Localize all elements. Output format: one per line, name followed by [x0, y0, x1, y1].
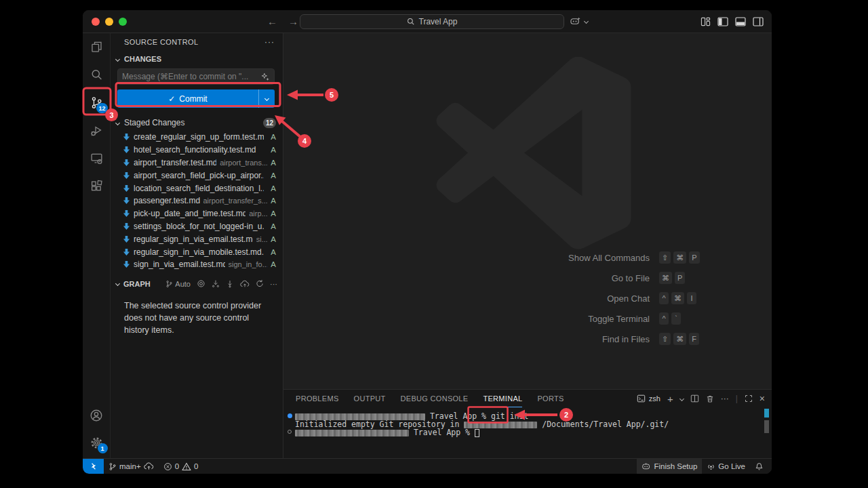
- run-debug-icon[interactable]: [83, 117, 111, 144]
- problems-status-item[interactable]: 0 0: [159, 459, 203, 474]
- notifications-bell[interactable]: [750, 459, 772, 474]
- more-actions-icon[interactable]: ···: [270, 280, 277, 288]
- staged-file-row[interactable]: airport_search_field_pick-up_airpor... A: [111, 169, 283, 182]
- commit-message-input[interactable]: [118, 72, 257, 81]
- explorer-icon[interactable]: [83, 33, 111, 61]
- go-live-label: Go Live: [718, 462, 745, 470]
- status-bar: main+ 0 0 Finish Setup Go Live: [83, 458, 772, 474]
- toggle-secondary-sidebar-icon[interactable]: [753, 17, 764, 26]
- auto-repo-picker[interactable]: Auto: [165, 280, 191, 288]
- file-type-icon: [123, 248, 130, 256]
- remote-icon: [89, 462, 98, 471]
- chevron-down-icon: [115, 120, 120, 125]
- zoom-window-button[interactable]: [119, 18, 127, 26]
- new-terminal-icon[interactable]: +: [667, 393, 673, 405]
- customize-layout-icon[interactable]: [701, 17, 711, 26]
- key-cap: ⇧: [659, 333, 671, 345]
- file-type-icon: [123, 197, 130, 205]
- forward-icon[interactable]: →: [288, 16, 298, 27]
- more-actions-icon[interactable]: ···: [721, 394, 729, 403]
- tab-output[interactable]: OUTPUT: [354, 390, 386, 407]
- staged-file-row[interactable]: pick-up_date_and_time.test.mdairp... A: [111, 207, 283, 220]
- shell-selector[interactable]: zsh: [637, 394, 660, 403]
- refresh-icon[interactable]: [256, 279, 264, 288]
- file-desc: airp...: [249, 209, 267, 218]
- split-terminal-icon[interactable]: [690, 394, 699, 403]
- maximize-panel-icon[interactable]: [745, 394, 753, 403]
- graph-empty-message: The selected source control provider doe…: [111, 291, 283, 336]
- staged-file-row[interactable]: location_search_field_destination_l... A: [111, 182, 283, 195]
- search-view-icon[interactable]: [83, 61, 111, 89]
- copilot-setup-icon: [642, 462, 651, 470]
- staged-file-row[interactable]: airport_transfer.test.mdairport_trans...…: [111, 157, 283, 169]
- more-actions-icon[interactable]: ···: [264, 37, 275, 47]
- branch-status-item[interactable]: main+: [104, 459, 159, 474]
- title-bar: ← → Travel App: [83, 10, 772, 33]
- tab-terminal[interactable]: TERMINAL: [483, 390, 522, 407]
- commit-dropdown-button[interactable]: [258, 89, 275, 108]
- command-success-dot: [288, 413, 292, 418]
- key-cap: I: [687, 292, 696, 304]
- git-status: A: [271, 146, 276, 154]
- go-live-button[interactable]: Go Live: [702, 459, 750, 474]
- accounts-icon[interactable]: [83, 401, 111, 429]
- remote-explorer-icon[interactable]: [83, 144, 111, 172]
- chevron-down-icon[interactable]: [115, 56, 120, 61]
- staged-file-row[interactable]: hotel_search_functionality.test.md A: [111, 144, 283, 157]
- staged-file-row[interactable]: regular_sign_in_via_email.test.mdsi... A: [111, 232, 283, 245]
- terminal-content[interactable]: Travel App % git init Initialized empty …: [283, 407, 772, 437]
- file-type-icon: [123, 260, 130, 268]
- minimize-window-button[interactable]: [105, 18, 113, 26]
- tab-problems[interactable]: PROBLEMS: [296, 390, 339, 407]
- close-window-button[interactable]: [92, 18, 100, 26]
- cloud-upload-icon[interactable]: [240, 280, 250, 288]
- trash-icon[interactable]: [706, 394, 714, 403]
- fetch-icon[interactable]: [212, 279, 220, 288]
- staged-file-row[interactable]: create_regular_sign_up_form.test.md A: [111, 131, 283, 144]
- copilot-menu[interactable]: [570, 16, 588, 26]
- key-cap: ^: [659, 312, 669, 325]
- command-center-search[interactable]: Travel App: [300, 14, 564, 29]
- staged-changes-label: Staged Changes: [124, 118, 184, 127]
- terminal-scrollbar[interactable]: [764, 420, 769, 433]
- toggle-primary-sidebar-icon[interactable]: [717, 17, 728, 26]
- staged-file-row[interactable]: passenger.test.mdairport_transfer_s... A: [111, 195, 283, 207]
- tab-ports[interactable]: PORTS: [537, 390, 564, 407]
- terminal-dropdown-icon[interactable]: [679, 396, 684, 401]
- branch-name: main+: [119, 462, 141, 470]
- target-icon[interactable]: [197, 279, 205, 288]
- generate-commit-message-icon[interactable]: [261, 73, 270, 81]
- terminal-output-path: /Documents/Travel App/.git/: [542, 420, 669, 429]
- staged-count-badge: 12: [263, 118, 276, 128]
- broadcast-icon: [707, 462, 715, 471]
- redacted-text: [295, 430, 409, 436]
- remote-indicator[interactable]: [83, 459, 104, 474]
- back-icon[interactable]: ←: [267, 16, 277, 27]
- toggle-panel-icon[interactable]: [735, 17, 746, 26]
- staged-file-row[interactable]: settings_block_for_not_logged-in_u... A: [111, 220, 283, 233]
- commit-button[interactable]: ✓ Commit: [117, 89, 275, 108]
- close-panel-icon[interactable]: ×: [760, 393, 765, 404]
- error-count: 0: [175, 462, 179, 470]
- source-control-view-icon[interactable]: 12: [83, 89, 111, 117]
- settings-gear-icon[interactable]: 1: [83, 429, 111, 457]
- file-desc: si...: [256, 235, 268, 243]
- git-status: A: [271, 248, 276, 256]
- staged-file-row[interactable]: regular_sign_in_via_mobile.test.md... A: [111, 245, 283, 258]
- git-status: A: [271, 197, 276, 205]
- file-name: passenger.test.md: [134, 196, 200, 205]
- tab-debug-console[interactable]: DEBUG CONSOLE: [401, 390, 469, 407]
- staged-file-row[interactable]: sign_in_via_email.test.mdsign_in_fo... A: [111, 258, 283, 271]
- staged-changes-header[interactable]: Staged Changes 12: [111, 116, 283, 129]
- finish-setup-button[interactable]: Finish Setup: [637, 459, 702, 474]
- pull-icon[interactable]: [226, 279, 234, 288]
- extensions-icon[interactable]: [83, 172, 111, 200]
- file-name: regular_sign_in_via_email.test.md: [134, 235, 253, 244]
- file-type-icon: [123, 222, 130, 230]
- chevron-down-icon[interactable]: [115, 281, 120, 286]
- file-type-icon: [123, 209, 130, 218]
- shortcut-label: Toggle Terminal: [446, 314, 650, 324]
- copilot-icon: [570, 16, 581, 26]
- file-type-icon: [123, 235, 130, 243]
- terminal-icon: [637, 394, 646, 403]
